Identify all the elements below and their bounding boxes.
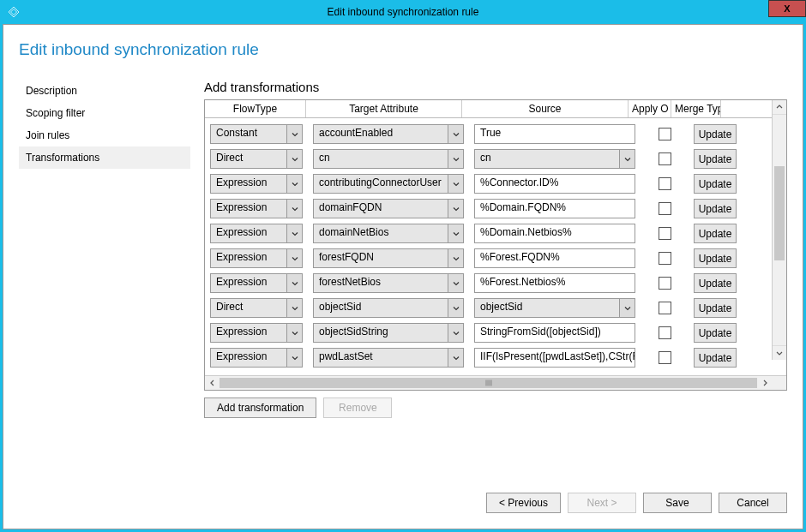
close-button[interactable]: X: [768, 0, 806, 17]
horizontal-scrollbar[interactable]: [205, 375, 786, 390]
merge-type-dropdown[interactable]: Update: [694, 124, 737, 144]
apply-once-checkbox[interactable]: [659, 326, 671, 339]
target-attribute-dropdown[interactable]: forestFQDN: [313, 248, 464, 268]
cancel-button[interactable]: Cancel: [719, 493, 787, 513]
dropdown-value: domainNetBios: [314, 224, 448, 242]
scroll-right-button[interactable]: [757, 376, 772, 390]
apply-once-checkbox[interactable]: [659, 252, 671, 265]
source-input[interactable]: %Connector.ID%: [474, 174, 635, 194]
chevron-down-icon: [286, 349, 302, 367]
flowtype-dropdown[interactable]: Direct: [210, 298, 303, 318]
source-input[interactable]: %Domain.Netbios%: [474, 224, 635, 243]
apply-once-checkbox[interactable]: [659, 302, 671, 314]
dropdown-value: Update: [699, 278, 732, 290]
apply-once-checkbox[interactable]: [659, 177, 671, 190]
apply-once-checkbox[interactable]: [659, 202, 671, 215]
chevron-down-icon: [448, 274, 463, 292]
sidebar-item-transformations[interactable]: Transformations: [19, 146, 190, 169]
apply-once-checkbox[interactable]: [659, 351, 671, 364]
flowtype-dropdown[interactable]: Expression: [210, 174, 303, 194]
dropdown-value: cn: [314, 150, 448, 168]
button-label: Add transformation: [217, 402, 304, 414]
merge-type-dropdown[interactable]: Update: [694, 323, 737, 343]
col-header-source[interactable]: Source: [462, 100, 629, 117]
target-attribute-dropdown[interactable]: contributingConnectorUser: [313, 174, 464, 194]
source-dropdown[interactable]: objectSid: [474, 298, 635, 318]
dropdown-value: Update: [699, 327, 732, 339]
target-attribute-dropdown[interactable]: domainFQDN: [313, 199, 464, 218]
col-header-target[interactable]: Target Attribute: [306, 100, 462, 117]
merge-type-dropdown[interactable]: Update: [694, 224, 737, 243]
section-heading: Add transformations: [204, 80, 787, 94]
table-row: ExpressionobjectSidStringStringFromSid([…: [205, 320, 786, 345]
chevron-down-icon: [619, 150, 635, 168]
previous-button[interactable]: < Previous: [486, 493, 561, 513]
table-row: ConstantaccountEnabledTrueUpdate: [205, 122, 786, 146]
apply-once-checkbox[interactable]: [659, 152, 671, 165]
button-label: < Previous: [499, 497, 548, 509]
dropdown-value: Update: [699, 228, 732, 240]
source-input[interactable]: IIF(IsPresent([pwdLastSet]),CStr(For: [474, 348, 635, 368]
target-attribute-dropdown[interactable]: pwdLastSet: [313, 348, 464, 368]
target-attribute-dropdown[interactable]: domainNetBios: [313, 224, 464, 243]
merge-type-dropdown[interactable]: Update: [694, 348, 737, 368]
scroll-h-thumb[interactable]: [220, 378, 757, 388]
dropdown-value: Direct: [211, 150, 286, 168]
source-dropdown[interactable]: cn: [474, 149, 635, 169]
merge-type-dropdown[interactable]: Update: [694, 298, 737, 318]
merge-type-dropdown[interactable]: Update: [694, 199, 737, 218]
scroll-down-button[interactable]: [773, 345, 786, 360]
scroll-left-button[interactable]: [205, 376, 220, 390]
flowtype-dropdown[interactable]: Expression: [210, 273, 303, 293]
dropdown-value: Expression: [211, 200, 286, 218]
vertical-scrollbar[interactable]: [772, 100, 786, 360]
flowtype-dropdown[interactable]: Expression: [210, 348, 303, 368]
scroll-thumb[interactable]: [774, 166, 785, 260]
col-header-merge[interactable]: Merge Type: [671, 100, 721, 117]
apply-once-checkbox[interactable]: [659, 277, 671, 290]
merge-type-dropdown[interactable]: Update: [694, 273, 737, 293]
save-button[interactable]: Save: [643, 493, 712, 513]
remove-button[interactable]: Remove: [323, 398, 392, 418]
scroll-h-track[interactable]: [220, 376, 757, 390]
flowtype-dropdown[interactable]: Expression: [210, 323, 303, 343]
merge-type-dropdown[interactable]: Update: [694, 174, 737, 194]
add-transformation-button[interactable]: Add transformation: [204, 398, 316, 418]
chevron-down-icon: [286, 200, 302, 218]
merge-type-dropdown[interactable]: Update: [694, 248, 737, 268]
sidebar-item-scoping-filter[interactable]: Scoping filter: [19, 102, 190, 124]
scroll-track[interactable]: [773, 115, 786, 345]
target-attribute-dropdown[interactable]: forestNetBios: [313, 273, 464, 293]
footer-buttons: < Previous Next > Save Cancel: [19, 482, 787, 513]
target-attribute-dropdown[interactable]: cn: [313, 149, 464, 169]
transformations-grid: FlowType Target Attribute Source Apply O…: [204, 99, 787, 391]
source-input[interactable]: %Forest.FQDN%: [474, 248, 635, 268]
flowtype-dropdown[interactable]: Direct: [210, 149, 303, 169]
flowtype-dropdown[interactable]: Expression: [210, 248, 303, 268]
scroll-up-button[interactable]: [773, 100, 786, 115]
target-attribute-dropdown[interactable]: objectSid: [313, 298, 464, 318]
apply-once-checkbox[interactable]: [659, 128, 671, 140]
dropdown-value: Update: [699, 129, 732, 140]
merge-type-dropdown[interactable]: Update: [694, 149, 737, 169]
flowtype-dropdown[interactable]: Constant: [210, 124, 303, 144]
source-input[interactable]: True: [474, 124, 635, 144]
sidebar-item-join-rules[interactable]: Join rules: [19, 124, 190, 146]
target-attribute-dropdown[interactable]: accountEnabled: [313, 124, 464, 144]
col-header-apply[interactable]: Apply O: [629, 100, 671, 117]
apply-once-checkbox[interactable]: [659, 227, 671, 240]
source-input[interactable]: %Domain.FQDN%: [474, 199, 635, 218]
chevron-down-icon: [286, 224, 302, 242]
button-label: Remove: [339, 402, 377, 414]
flowtype-dropdown[interactable]: Expression: [210, 224, 303, 243]
apply-once-cell: [646, 277, 683, 290]
flowtype-dropdown[interactable]: Expression: [210, 199, 303, 218]
next-button[interactable]: Next >: [568, 493, 636, 513]
sidebar-item-description[interactable]: Description: [19, 80, 190, 102]
source-input[interactable]: %Forest.Netbios%: [474, 273, 635, 293]
chevron-down-icon: [448, 249, 463, 267]
dropdown-value: Direct: [211, 299, 286, 317]
source-input[interactable]: StringFromSid([objectSid]): [474, 323, 635, 343]
target-attribute-dropdown[interactable]: objectSidString: [313, 323, 464, 343]
col-header-flowtype[interactable]: FlowType: [205, 100, 306, 117]
